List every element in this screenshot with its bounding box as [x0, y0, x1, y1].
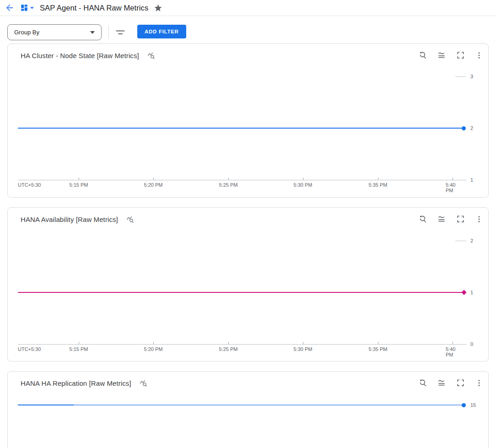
x-axis-label: 5:35 PM	[369, 182, 388, 188]
series-line[interactable]	[18, 292, 464, 293]
x-axis-tick	[228, 178, 229, 180]
chart-card-node-state: HA Cluster - Node State [Raw Metrics] 31…	[7, 43, 489, 198]
series-end-marker	[461, 290, 466, 295]
chart-plot[interactable]: 20UTC+5:305:15 PM5:20 PM5:25 PM5:30 PM5:…	[18, 208, 466, 361]
x-axis-line	[18, 180, 466, 180]
x-axis-tick	[79, 342, 79, 344]
y-gridline-tick	[455, 76, 466, 77]
x-axis-tick	[228, 342, 229, 344]
x-axis-line	[18, 344, 466, 345]
series-value-label: 1	[470, 290, 473, 295]
x-axis-label: 5:20 PM	[144, 346, 163, 352]
series-value-label: 2	[470, 125, 473, 131]
x-axis-label: 5:30 PM	[294, 182, 313, 188]
x-axis-label: 5:30 PM	[294, 346, 313, 352]
filter-icon-button[interactable]	[114, 27, 126, 38]
x-axis-label: 5:35 PM	[369, 346, 388, 352]
group-by-label: Group By	[14, 29, 39, 36]
series-value-label: 15	[470, 402, 476, 408]
timezone-label: UTC+5:30	[18, 346, 41, 352]
x-axis-tick	[303, 342, 303, 344]
more-options-icon	[475, 51, 483, 61]
x-axis-tick	[453, 342, 453, 344]
more-options-button[interactable]	[474, 378, 484, 389]
x-axis-tick	[153, 178, 154, 180]
chart-plot[interactable]: 15	[18, 372, 466, 448]
x-axis-label: 5:25 PM	[219, 346, 238, 352]
x-axis-label: 5:40 PM	[446, 182, 459, 193]
dashboard-icon	[20, 4, 28, 12]
app-header: SAP Agent - HANA Raw Metrics	[0, 0, 496, 16]
more-options-button[interactable]	[474, 215, 484, 225]
back-arrow-icon	[5, 3, 15, 13]
add-filter-button[interactable]: ADD FILTER	[137, 25, 186, 38]
dashboard-page: SAP Agent - HANA Raw Metrics Group By AD…	[0, 0, 496, 448]
x-axis-tick	[378, 342, 378, 344]
dropdown-caret-icon	[90, 31, 95, 34]
series-line[interactable]	[18, 128, 464, 129]
y-gridline-tick	[455, 241, 466, 241]
back-button[interactable]	[4, 2, 15, 13]
toolbar-divider	[108, 26, 109, 39]
filter-toolbar: Group By ADD FILTER	[0, 16, 496, 43]
chart-card-replication: HANA HA Replication [Raw Metrics] 15	[7, 371, 489, 448]
series-end-marker	[462, 403, 466, 407]
x-axis-tick	[378, 178, 378, 180]
y-axis-label: 1	[470, 177, 473, 183]
x-axis-label: 5:20 PM	[144, 182, 163, 188]
y-axis-label: 3	[470, 74, 473, 79]
timezone-label: UTC+5:30	[18, 182, 41, 188]
dashboard-picker[interactable]	[20, 4, 34, 12]
page-title: SAP Agent - HANA Raw Metrics	[40, 4, 148, 12]
chart-plot[interactable]: 31UTC+5:305:15 PM5:20 PM5:25 PM5:30 PM5:…	[18, 44, 466, 197]
series-end-marker	[462, 126, 466, 130]
y-axis-label: 2	[470, 238, 473, 243]
chevron-down-icon	[30, 7, 34, 9]
more-options-icon	[475, 379, 483, 389]
x-axis-tick	[303, 178, 303, 180]
x-axis-tick	[153, 342, 154, 344]
x-axis-label: 5:25 PM	[219, 182, 238, 188]
x-axis-tick	[453, 178, 453, 180]
more-options-icon	[475, 215, 483, 225]
group-by-dropdown[interactable]: Group By	[7, 24, 102, 40]
star-icon	[154, 4, 162, 12]
x-axis-label: 5:40 PM	[446, 346, 459, 357]
filter-lines-icon	[115, 27, 126, 38]
x-axis-tick	[79, 178, 79, 180]
star-button[interactable]	[153, 3, 163, 13]
more-options-button[interactable]	[474, 51, 484, 61]
y-axis-label: 0	[470, 341, 473, 347]
x-axis-label: 5:15 PM	[70, 182, 88, 188]
chart-card-availability: HANA Availability [Raw Metrics] 20UTC+5:…	[7, 207, 489, 362]
x-axis-label: 5:15 PM	[70, 346, 88, 352]
series-line[interactable]	[18, 405, 464, 405]
